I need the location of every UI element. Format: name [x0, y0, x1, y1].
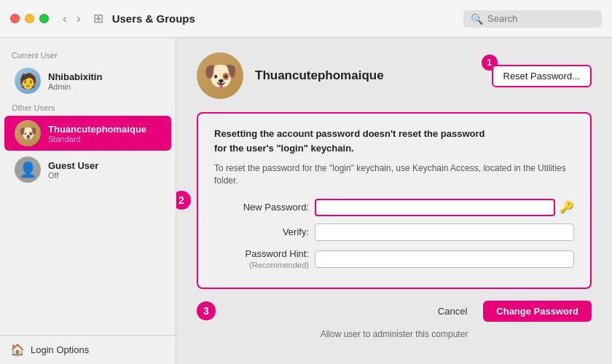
hint-label: Password Hint: (Recommended)	[214, 248, 309, 270]
current-user-section-label: Current User	[0, 47, 176, 63]
hint-input[interactable]	[315, 250, 574, 268]
change-password-button[interactable]: Change Password	[483, 301, 592, 322]
new-password-input-wrap: 🔑	[315, 199, 574, 216]
verify-label: Verify:	[214, 226, 309, 237]
nav-arrows: ‹ ›	[59, 11, 85, 27]
user-role-thuancutephomaique: Standard	[48, 135, 146, 143]
bottom-note: Allow user to administer this computer	[197, 329, 592, 339]
action-row: 3 Cancel Change Password	[197, 301, 592, 322]
user-header: 🐶 Thuancutephomaique 1 Reset Password...	[197, 52, 592, 99]
user-large-avatar: 🐶	[197, 52, 243, 99]
avatar-thuancutephomaique: 🐶	[15, 120, 41, 146]
reset-warning-sub-text: To reset the password for the "login" ke…	[214, 162, 574, 187]
verify-row: Verify:	[214, 223, 574, 241]
badge-3: 3	[197, 301, 216, 320]
search-bar[interactable]: 🔍	[463, 10, 602, 28]
new-password-input[interactable]	[315, 199, 555, 216]
login-options-label: Login Options	[31, 344, 89, 355]
window-title: Users & Groups	[112, 12, 463, 25]
verify-input-wrap	[315, 223, 574, 241]
avatar-guest: 👤	[15, 157, 41, 183]
other-users-section-label: Other Users	[0, 99, 176, 115]
key-icon[interactable]: 🔑	[560, 200, 574, 214]
login-options-icon: 🏠	[10, 343, 25, 357]
reset-panel-wrapper: 2 Resetting the account password doesn't…	[197, 112, 592, 289]
user-role-nhibabixitin: Admin	[48, 82, 102, 91]
sidebar-item-nhibabixitin[interactable]: 🧑 Nhibabixitin Admin	[4, 63, 171, 98]
search-icon: 🔍	[471, 13, 483, 25]
sidebar: Current User 🧑 Nhibabixitin Admin Other …	[0, 38, 176, 364]
hint-label-text: Password Hint:	[246, 248, 309, 259]
user-role-guest: Off	[48, 171, 98, 180]
hint-row: Password Hint: (Recommended)	[214, 248, 574, 270]
minimize-button[interactable]	[25, 14, 34, 23]
search-input[interactable]	[487, 13, 595, 24]
user-name-nhibabixitin: Nhibabixitin	[48, 71, 102, 82]
reset-warning-text: Resetting the account password doesn't r…	[214, 127, 574, 155]
avatar-nhibabixitin: 🧑	[15, 68, 41, 94]
cancel-button[interactable]: Cancel	[429, 301, 476, 321]
new-password-label: New Password:	[214, 202, 309, 213]
content-area: 🐶 Thuancutephomaique 1 Reset Password...…	[176, 38, 612, 364]
hint-sublabel: (Recommended)	[249, 261, 309, 269]
badge-2: 2	[176, 191, 191, 210]
user-name-thuancutephomaique: Thuancutephomaique	[48, 124, 146, 135]
close-button[interactable]	[10, 14, 20, 23]
user-info-thuancutephomaique: Thuancutephomaique Standard	[48, 124, 146, 143]
user-info-guest: Guest User Off	[48, 160, 98, 180]
verify-input[interactable]	[315, 223, 574, 241]
user-name-guest: Guest User	[48, 160, 98, 171]
sidebar-item-guest[interactable]: 👤 Guest User Off	[4, 152, 171, 187]
login-options[interactable]: 🏠 Login Options	[0, 335, 176, 364]
selected-user-name: Thuancutephomaique	[255, 68, 480, 83]
grid-icon[interactable]: ⊞	[93, 11, 103, 26]
new-password-row: New Password: 🔑	[214, 199, 574, 216]
sidebar-item-thuancutephomaique[interactable]: 🐶 Thuancutephomaique Standard	[4, 116, 171, 151]
reset-password-container: 1 Reset Password...	[492, 65, 592, 87]
traffic-lights	[10, 14, 49, 23]
reset-password-button[interactable]: Reset Password...	[492, 65, 592, 87]
reset-password-panel: Resetting the account password doesn't r…	[197, 112, 592, 289]
hint-input-wrap	[315, 250, 574, 268]
user-info-nhibabixitin: Nhibabixitin Admin	[48, 71, 102, 91]
main-layout: Current User 🧑 Nhibabixitin Admin Other …	[0, 38, 612, 364]
titlebar: ‹ › ⊞ Users & Groups 🔍	[0, 0, 612, 38]
maximize-button[interactable]	[39, 14, 49, 23]
forward-button[interactable]: ›	[73, 11, 84, 27]
back-button[interactable]: ‹	[59, 11, 70, 27]
